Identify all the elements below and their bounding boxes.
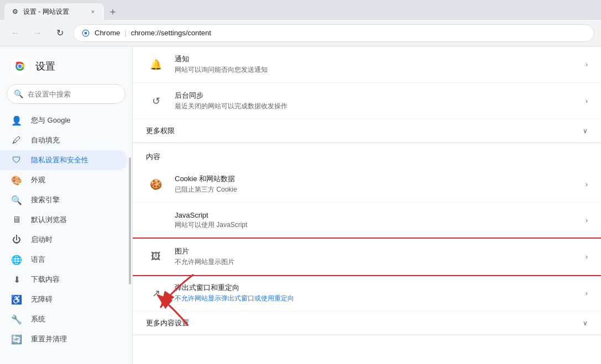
- background-sync-icon: ↺: [146, 91, 166, 111]
- sidebar-item-privacy[interactable]: 🛡 隐私设置和安全性: [0, 150, 128, 170]
- tab-title: 设置 - 网站设置: [23, 7, 69, 17]
- sidebar-item-startup[interactable]: ⏻ 启动时: [0, 230, 128, 250]
- active-tab[interactable]: ⚙ 设置 - 网站设置 ×: [4, 3, 104, 20]
- sidebar-item-system[interactable]: 🔧 系统: [0, 309, 128, 329]
- more-content-label: 更多内容设置: [146, 318, 583, 328]
- images-text: 图片 不允许网站显示图片: [175, 246, 586, 267]
- chevron-down-icon-2: ∨: [583, 319, 588, 327]
- language-icon: 🌐: [11, 254, 22, 265]
- lock-icon: [81, 29, 90, 38]
- top-rows: 🔔 通知 网站可以询问能否向您发送通知 › ↺ 后台同步 最近关闭的网站可以完成…: [133, 46, 601, 119]
- accessibility-icon: ♿: [11, 294, 22, 305]
- popups-subtitle: 不允许网站显示弹出式窗口或使用重定向: [175, 294, 586, 303]
- sidebar-label-downloads: 下载内容: [31, 275, 60, 284]
- downloads-icon: ⬇: [11, 274, 22, 285]
- images-icon: 🖼: [146, 247, 166, 267]
- more-permissions-label: 更多权限: [146, 126, 583, 136]
- sidebar-item-browser[interactable]: 🖥 默认浏览器: [0, 210, 128, 230]
- row-javascript[interactable]: JavaScript 网站可以使用 JavaScript ›: [133, 203, 601, 239]
- more-permissions-section[interactable]: 更多权限 ∨: [133, 119, 601, 143]
- tab-area: ⚙ 设置 - 网站设置 × +: [4, 0, 121, 20]
- sidebar-label-search: 搜索引擎: [31, 195, 60, 205]
- javascript-title: JavaScript: [175, 211, 586, 219]
- browser-name: Chrome: [95, 29, 120, 37]
- row-background-sync[interactable]: ↺ 后台同步 最近关闭的网站可以完成数据收发操作 ›: [133, 83, 601, 119]
- startup-icon: ⏻: [11, 234, 22, 245]
- cookies-arrow-icon: ›: [586, 181, 588, 188]
- sidebar-label-reset: 重置并清理: [31, 334, 67, 344]
- notifications-arrow-icon: ›: [586, 61, 588, 68]
- autofill-icon: 🖊: [11, 135, 22, 146]
- content-rows: 🍪 Cookie 和网站数据 已阻止第三方 Cookie › JavaScrip…: [133, 166, 601, 312]
- sidebar-label-system: 系统: [31, 314, 45, 324]
- address-url: chrome://settings/content: [131, 29, 211, 37]
- row-popups[interactable]: ↗ 弹出式窗口和重定向 不允许网站显示弹出式窗口或使用重定向 ›: [133, 275, 601, 312]
- notifications-title: 通知: [175, 54, 586, 64]
- sidebar-item-accessibility[interactable]: ♿ 无障碍: [0, 289, 128, 309]
- cookies-icon: 🍪: [146, 175, 166, 194]
- images-title: 图片: [175, 246, 586, 256]
- address-separator: |: [124, 29, 126, 37]
- javascript-icon: [146, 210, 166, 230]
- popups-text: 弹出式窗口和重定向 不允许网站显示弹出式窗口或使用重定向: [175, 283, 586, 303]
- more-content-section[interactable]: 更多内容设置 ∨: [133, 312, 601, 335]
- svg-point-1: [85, 31, 87, 34]
- svg-point-5: [18, 65, 22, 68]
- google-icon: 👤: [11, 115, 22, 126]
- row-notifications[interactable]: 🔔 通知 网站可以询问能否向您发送通知 ›: [133, 46, 601, 83]
- cookies-text: Cookie 和网站数据 已阻止第三方 Cookie: [175, 174, 586, 194]
- sidebar-item-search[interactable]: 🔍 搜索引擎: [0, 190, 128, 210]
- sidebar-item-google[interactable]: 👤 您与 Google: [0, 110, 128, 130]
- javascript-text: JavaScript 网站可以使用 JavaScript: [175, 211, 586, 230]
- popups-arrow-icon: ›: [586, 289, 588, 297]
- refresh-button[interactable]: ↻: [51, 24, 69, 42]
- sidebar-item-reset[interactable]: 🔄 重置并清理: [0, 329, 128, 349]
- sidebar-scrollbar: [129, 157, 131, 284]
- titlebar: ⚙ 设置 - 网站设置 × +: [0, 0, 601, 20]
- chrome-logo-icon: [11, 57, 29, 75]
- back-button[interactable]: ←: [7, 24, 24, 42]
- notifications-icon: 🔔: [146, 55, 166, 75]
- sidebar-item-appearance[interactable]: 🎨 外观: [0, 170, 128, 190]
- sidebar-item-autofill[interactable]: 🖊 自动填充: [0, 130, 128, 150]
- sidebar-label-privacy: 隐私设置和安全性: [31, 155, 88, 165]
- tab-close-button[interactable]: ×: [88, 7, 97, 16]
- background-sync-text: 后台同步 最近关闭的网站可以完成数据收发操作: [175, 91, 586, 111]
- notifications-text: 通知 网站可以询问能否向您发送通知: [175, 54, 586, 75]
- new-tab-button[interactable]: +: [105, 4, 121, 20]
- addressbar: ← → ↻ Chrome | chrome://settings/content: [0, 20, 601, 46]
- main-layout: 设置 🔍 👤 您与 Google 🖊 自动填充 🛡 隐私设置和安全性 🎨 外观 …: [0, 46, 601, 364]
- sidebar-label-browser: 默认浏览器: [31, 215, 67, 225]
- sidebar: 设置 🔍 👤 您与 Google 🖊 自动填充 🛡 隐私设置和安全性 🎨 外观 …: [0, 46, 133, 364]
- sidebar-item-language[interactable]: 🌐 语言: [0, 250, 128, 270]
- search-icon: 🔍: [14, 89, 23, 98]
- background-sync-arrow-icon: ›: [586, 97, 588, 105]
- browser-icon: 🖥: [11, 214, 22, 225]
- tab-settings-icon: ⚙: [11, 8, 19, 15]
- system-icon: 🔧: [11, 314, 22, 325]
- search-input[interactable]: [28, 90, 121, 98]
- notifications-subtitle: 网站可以询问能否向您发送通知: [175, 65, 586, 75]
- content-section-label: 内容: [133, 143, 601, 166]
- row-images[interactable]: 🖼 图片 不允许网站显示图片 ›: [133, 239, 601, 275]
- cookies-subtitle: 已阻止第三方 Cookie: [175, 185, 586, 194]
- settings-header: 设置: [0, 51, 132, 82]
- background-sync-title: 后台同步: [175, 91, 586, 101]
- address-bar[interactable]: Chrome | chrome://settings/content: [73, 24, 594, 42]
- sidebar-label-accessibility: 无障碍: [31, 294, 53, 304]
- images-subtitle: 不允许网站显示图片: [175, 257, 586, 267]
- row-cookies[interactable]: 🍪 Cookie 和网站数据 已阻止第三方 Cookie ›: [133, 166, 601, 203]
- sidebar-search[interactable]: 🔍: [7, 84, 126, 104]
- javascript-arrow-icon: ›: [586, 217, 588, 224]
- popups-title: 弹出式窗口和重定向: [175, 283, 586, 293]
- privacy-icon: 🛡: [11, 155, 22, 166]
- forward-button[interactable]: →: [29, 24, 46, 42]
- content-area: 🔔 通知 网站可以询问能否向您发送通知 › ↺ 后台同步 最近关闭的网站可以完成…: [133, 46, 601, 364]
- sidebar-label-google: 您与 Google: [31, 115, 71, 125]
- sidebar-label-startup: 启动时: [31, 235, 53, 245]
- background-sync-subtitle: 最近关闭的网站可以完成数据收发操作: [175, 102, 586, 111]
- popups-icon: ↗: [146, 283, 166, 303]
- sidebar-item-downloads[interactable]: ⬇ 下载内容: [0, 270, 128, 289]
- settings-title: 设置: [35, 60, 55, 73]
- appearance-icon: 🎨: [11, 175, 22, 186]
